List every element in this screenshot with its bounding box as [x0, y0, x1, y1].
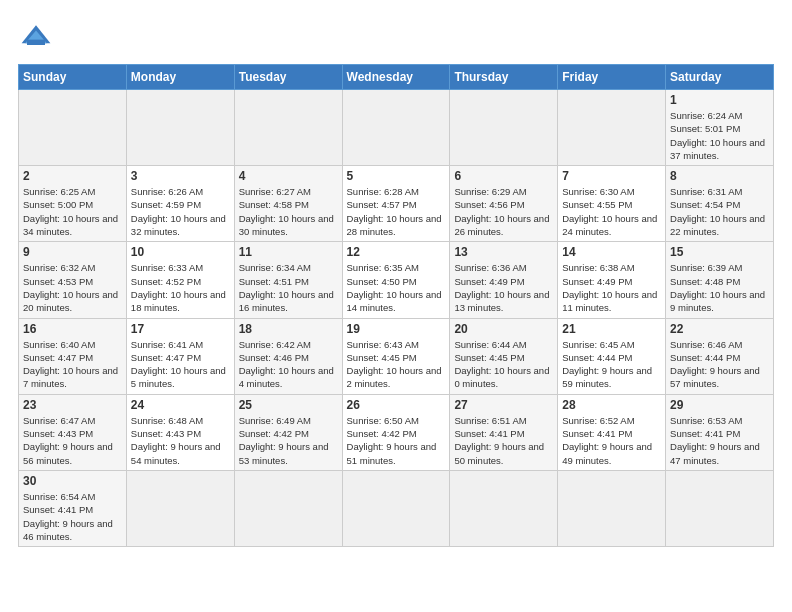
- day-info: Sunrise: 6:53 AM Sunset: 4:41 PM Dayligh…: [670, 414, 769, 467]
- day-cell: 23Sunrise: 6:47 AM Sunset: 4:43 PM Dayli…: [19, 394, 127, 470]
- day-info: Sunrise: 6:46 AM Sunset: 4:44 PM Dayligh…: [670, 338, 769, 391]
- day-number: 27: [454, 398, 553, 412]
- day-info: Sunrise: 6:28 AM Sunset: 4:57 PM Dayligh…: [347, 185, 446, 238]
- day-number: 16: [23, 322, 122, 336]
- logo-icon: [18, 18, 54, 54]
- day-cell: 28Sunrise: 6:52 AM Sunset: 4:41 PM Dayli…: [558, 394, 666, 470]
- week-row-0: 1Sunrise: 6:24 AM Sunset: 5:01 PM Daylig…: [19, 90, 774, 166]
- day-cell: 2Sunrise: 6:25 AM Sunset: 5:00 PM Daylig…: [19, 166, 127, 242]
- day-info: Sunrise: 6:40 AM Sunset: 4:47 PM Dayligh…: [23, 338, 122, 391]
- day-number: 10: [131, 245, 230, 259]
- day-cell: 27Sunrise: 6:51 AM Sunset: 4:41 PM Dayli…: [450, 394, 558, 470]
- day-info: Sunrise: 6:35 AM Sunset: 4:50 PM Dayligh…: [347, 261, 446, 314]
- day-cell: [234, 470, 342, 546]
- day-info: Sunrise: 6:39 AM Sunset: 4:48 PM Dayligh…: [670, 261, 769, 314]
- day-info: Sunrise: 6:52 AM Sunset: 4:41 PM Dayligh…: [562, 414, 661, 467]
- header-row: SundayMondayTuesdayWednesdayThursdayFrid…: [19, 65, 774, 90]
- day-cell: 4Sunrise: 6:27 AM Sunset: 4:58 PM Daylig…: [234, 166, 342, 242]
- day-number: 6: [454, 169, 553, 183]
- day-info: Sunrise: 6:29 AM Sunset: 4:56 PM Dayligh…: [454, 185, 553, 238]
- day-number: 9: [23, 245, 122, 259]
- day-cell: [126, 90, 234, 166]
- day-number: 19: [347, 322, 446, 336]
- day-cell: 17Sunrise: 6:41 AM Sunset: 4:47 PM Dayli…: [126, 318, 234, 394]
- day-info: Sunrise: 6:54 AM Sunset: 4:41 PM Dayligh…: [23, 490, 122, 543]
- day-info: Sunrise: 6:48 AM Sunset: 4:43 PM Dayligh…: [131, 414, 230, 467]
- day-info: Sunrise: 6:51 AM Sunset: 4:41 PM Dayligh…: [454, 414, 553, 467]
- day-info: Sunrise: 6:47 AM Sunset: 4:43 PM Dayligh…: [23, 414, 122, 467]
- day-cell: [558, 470, 666, 546]
- day-cell: [19, 90, 127, 166]
- day-info: Sunrise: 6:38 AM Sunset: 4:49 PM Dayligh…: [562, 261, 661, 314]
- day-info: Sunrise: 6:30 AM Sunset: 4:55 PM Dayligh…: [562, 185, 661, 238]
- day-number: 26: [347, 398, 446, 412]
- day-number: 21: [562, 322, 661, 336]
- day-info: Sunrise: 6:24 AM Sunset: 5:01 PM Dayligh…: [670, 109, 769, 162]
- day-cell: 26Sunrise: 6:50 AM Sunset: 4:42 PM Dayli…: [342, 394, 450, 470]
- day-info: Sunrise: 6:34 AM Sunset: 4:51 PM Dayligh…: [239, 261, 338, 314]
- day-cell: 11Sunrise: 6:34 AM Sunset: 4:51 PM Dayli…: [234, 242, 342, 318]
- day-number: 18: [239, 322, 338, 336]
- day-cell: 10Sunrise: 6:33 AM Sunset: 4:52 PM Dayli…: [126, 242, 234, 318]
- day-number: 28: [562, 398, 661, 412]
- header-cell-wednesday: Wednesday: [342, 65, 450, 90]
- day-info: Sunrise: 6:33 AM Sunset: 4:52 PM Dayligh…: [131, 261, 230, 314]
- day-info: Sunrise: 6:32 AM Sunset: 4:53 PM Dayligh…: [23, 261, 122, 314]
- day-cell: [342, 470, 450, 546]
- day-info: Sunrise: 6:49 AM Sunset: 4:42 PM Dayligh…: [239, 414, 338, 467]
- header-cell-tuesday: Tuesday: [234, 65, 342, 90]
- day-cell: 16Sunrise: 6:40 AM Sunset: 4:47 PM Dayli…: [19, 318, 127, 394]
- day-cell: 30Sunrise: 6:54 AM Sunset: 4:41 PM Dayli…: [19, 470, 127, 546]
- page: SundayMondayTuesdayWednesdayThursdayFrid…: [0, 0, 792, 557]
- week-row-1: 2Sunrise: 6:25 AM Sunset: 5:00 PM Daylig…: [19, 166, 774, 242]
- day-number: 3: [131, 169, 230, 183]
- day-cell: 1Sunrise: 6:24 AM Sunset: 5:01 PM Daylig…: [666, 90, 774, 166]
- day-cell: [666, 470, 774, 546]
- day-number: 12: [347, 245, 446, 259]
- day-cell: 5Sunrise: 6:28 AM Sunset: 4:57 PM Daylig…: [342, 166, 450, 242]
- day-cell: 3Sunrise: 6:26 AM Sunset: 4:59 PM Daylig…: [126, 166, 234, 242]
- week-row-4: 23Sunrise: 6:47 AM Sunset: 4:43 PM Dayli…: [19, 394, 774, 470]
- day-number: 1: [670, 93, 769, 107]
- day-cell: [450, 470, 558, 546]
- day-cell: 9Sunrise: 6:32 AM Sunset: 4:53 PM Daylig…: [19, 242, 127, 318]
- day-info: Sunrise: 6:27 AM Sunset: 4:58 PM Dayligh…: [239, 185, 338, 238]
- day-number: 4: [239, 169, 338, 183]
- day-number: 14: [562, 245, 661, 259]
- day-cell: 25Sunrise: 6:49 AM Sunset: 4:42 PM Dayli…: [234, 394, 342, 470]
- day-info: Sunrise: 6:25 AM Sunset: 5:00 PM Dayligh…: [23, 185, 122, 238]
- day-number: 24: [131, 398, 230, 412]
- calendar-table: SundayMondayTuesdayWednesdayThursdayFrid…: [18, 64, 774, 547]
- day-cell: 7Sunrise: 6:30 AM Sunset: 4:55 PM Daylig…: [558, 166, 666, 242]
- day-info: Sunrise: 6:44 AM Sunset: 4:45 PM Dayligh…: [454, 338, 553, 391]
- day-cell: 24Sunrise: 6:48 AM Sunset: 4:43 PM Dayli…: [126, 394, 234, 470]
- logo: [18, 18, 58, 54]
- day-number: 11: [239, 245, 338, 259]
- header-cell-thursday: Thursday: [450, 65, 558, 90]
- day-cell: 22Sunrise: 6:46 AM Sunset: 4:44 PM Dayli…: [666, 318, 774, 394]
- day-number: 15: [670, 245, 769, 259]
- header-cell-monday: Monday: [126, 65, 234, 90]
- day-cell: 12Sunrise: 6:35 AM Sunset: 4:50 PM Dayli…: [342, 242, 450, 318]
- day-number: 29: [670, 398, 769, 412]
- day-number: 30: [23, 474, 122, 488]
- header: [18, 18, 774, 54]
- day-number: 5: [347, 169, 446, 183]
- day-cell: 21Sunrise: 6:45 AM Sunset: 4:44 PM Dayli…: [558, 318, 666, 394]
- day-cell: 14Sunrise: 6:38 AM Sunset: 4:49 PM Dayli…: [558, 242, 666, 318]
- header-cell-friday: Friday: [558, 65, 666, 90]
- day-cell: 29Sunrise: 6:53 AM Sunset: 4:41 PM Dayli…: [666, 394, 774, 470]
- day-number: 2: [23, 169, 122, 183]
- day-cell: [558, 90, 666, 166]
- day-number: 8: [670, 169, 769, 183]
- week-row-5: 30Sunrise: 6:54 AM Sunset: 4:41 PM Dayli…: [19, 470, 774, 546]
- day-number: 17: [131, 322, 230, 336]
- header-cell-sunday: Sunday: [19, 65, 127, 90]
- day-number: 23: [23, 398, 122, 412]
- day-cell: 15Sunrise: 6:39 AM Sunset: 4:48 PM Dayli…: [666, 242, 774, 318]
- day-cell: 18Sunrise: 6:42 AM Sunset: 4:46 PM Dayli…: [234, 318, 342, 394]
- day-info: Sunrise: 6:42 AM Sunset: 4:46 PM Dayligh…: [239, 338, 338, 391]
- svg-rect-3: [27, 40, 45, 45]
- day-info: Sunrise: 6:26 AM Sunset: 4:59 PM Dayligh…: [131, 185, 230, 238]
- day-cell: 8Sunrise: 6:31 AM Sunset: 4:54 PM Daylig…: [666, 166, 774, 242]
